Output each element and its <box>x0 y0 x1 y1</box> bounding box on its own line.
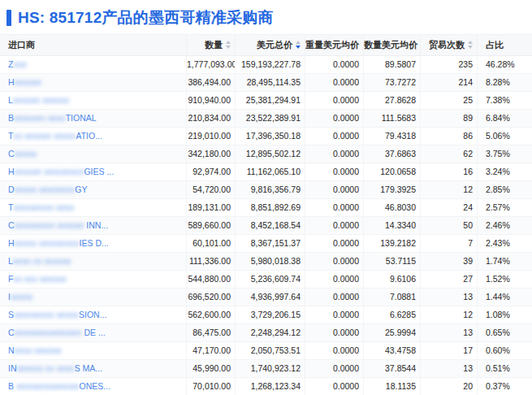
importer-link[interactable]: Bxexoxex xexoTIONAL <box>8 113 97 123</box>
table-row: Hxexoxe386,494.0028,495,114.350.000073.7… <box>0 74 532 92</box>
qty-cell: 544,880.00 <box>187 271 236 288</box>
trades-cell: 50 <box>421 217 478 234</box>
column-header-qty[interactable]: 数量 <box>187 35 236 55</box>
importer-link[interactable]: Sxexoxexox xexoxSION... <box>8 310 106 319</box>
table-row: Cxexoxexoxexoxex DE ...86,475.002,248,29… <box>0 324 532 342</box>
importer-cell: Hxexoxe <box>0 74 187 91</box>
importer-link[interactable]: Cxexoxexox xexoxe INN... <box>8 220 108 230</box>
trades-cell: 39 <box>421 253 478 270</box>
weight-avg-cell: 0.0000 <box>305 74 364 91</box>
qty-cell: 1,777,093.00 <box>187 56 236 73</box>
table-row: Lxexo xx xexoxe111,336.005,980,018.380.0… <box>0 253 532 271</box>
column-label: 美元总价 <box>257 40 292 50</box>
share-cell: 0.51% <box>478 360 532 377</box>
share-cell: 46.28% <box>478 56 532 73</box>
weight-avg-cell: 0.0000 <box>305 253 364 270</box>
trades-cell: 7 <box>421 235 478 252</box>
usd-total-cell: 17,396,350.18 <box>236 128 305 145</box>
importer-cell: Bxexoxex xexoTIONAL <box>0 110 187 127</box>
importer-name-redacted: xexoxe <box>15 77 41 87</box>
qty-cell: 210,834.00 <box>187 110 236 127</box>
column-label: 数量 <box>205 40 223 50</box>
importer-cell: Lxexoxe xexoxo <box>0 92 187 109</box>
importer-name-visible-prefix: H <box>8 167 15 176</box>
table-row: Sxexoxexox xexoxSION...562,600.003,729,2… <box>0 306 532 324</box>
share-cell: 2.57% <box>478 199 532 216</box>
share-cell: 2.43% <box>478 235 532 252</box>
importer-link[interactable]: B xexoxexoxexoxeONES... <box>8 381 110 391</box>
importer-cell: B xexoxexoxexoxeONES... <box>0 378 187 395</box>
importer-cell: Cxexoxexoxexoxex DE ... <box>0 324 187 341</box>
share-cell: 0.65% <box>478 324 532 341</box>
importer-cell: Nxexo xexoxe <box>0 342 187 359</box>
importer-link[interactable]: INxexoxx xx xexoS MA... <box>8 363 102 373</box>
qty-avg-cell: 120.0658 <box>364 163 421 180</box>
importer-link[interactable]: Txexoxexox xexo <box>8 202 74 212</box>
weight-avg-cell: 0.0000 <box>305 360 364 377</box>
importer-link[interactable]: Nxexo xexoxe <box>8 345 62 355</box>
importer-name-visible-suffix: ONES... <box>80 381 111 391</box>
qty-cell: 47,170.00 <box>187 342 236 359</box>
usd-total-cell: 5,236,609.74 <box>236 271 305 288</box>
importer-link[interactable]: Cxexoxexoxexoxex DE ... <box>8 328 106 337</box>
importer-name-redacted: xx xxx xexoxe <box>13 274 66 284</box>
importer-name-redacted: xexoxexox xexoxe <box>15 220 87 230</box>
qty-cell: 111,336.00 <box>187 253 236 270</box>
trades-cell: 13 <box>421 360 478 377</box>
importer-link[interactable]: Fxx xxx xexoxe <box>8 274 67 284</box>
importer-link[interactable]: Hxexox xexoxexoxIES D... <box>8 238 109 248</box>
importer-name-visible-suffix: IES D... <box>80 238 109 248</box>
qty-avg-cell: 79.4318 <box>364 128 421 145</box>
importer-link[interactable]: Lxexo xx xexoxe <box>8 256 71 266</box>
column-header-weight_avg: 重量美元均价 <box>305 35 364 55</box>
column-header-trades[interactable]: 贸易次数 <box>421 35 478 55</box>
title-accent-bar <box>6 10 11 26</box>
table-row: Cxexoxexox xexoxe INN...589,660.008,452,… <box>0 217 532 235</box>
importer-name-visible-prefix: B <box>8 381 16 391</box>
importer-name-visible-prefix: C <box>8 149 15 158</box>
weight-avg-cell: 0.0000 <box>305 324 364 341</box>
importer-link[interactable]: Hxexoxe <box>8 77 41 87</box>
share-cell: 1.74% <box>478 253 532 270</box>
importer-cell: Sxexoxexox xexoxSION... <box>0 306 187 323</box>
share-cell: 1.08% <box>478 306 532 323</box>
sort-icon[interactable] <box>296 41 301 49</box>
importer-cell: Lxexo xx xexoxe <box>0 253 187 270</box>
column-label: 进口商 <box>8 40 35 50</box>
importer-link[interactable]: Hxexoxe xexoxexoxGIES ... <box>8 167 114 176</box>
share-cell: 7.38% <box>478 92 532 109</box>
importer-link[interactable]: Zxxe <box>8 59 27 69</box>
qty-avg-cell: 18.1135 <box>364 378 421 395</box>
qty-cell: 219,010.00 <box>187 128 236 145</box>
importer-name-redacted: xexoxex xexo <box>14 113 66 123</box>
importer-name-visible-prefix: C <box>8 328 15 337</box>
column-header-usd_total[interactable]: 美元总价 <box>236 35 305 55</box>
importer-link[interactable]: Lxexoxe xexoxo <box>8 95 69 105</box>
usd-total-cell: 8,367,151.37 <box>236 235 305 252</box>
share-cell: 2.85% <box>478 181 532 198</box>
qty-avg-cell: 89.5807 <box>364 56 421 73</box>
importer-name-visible-suffix: GIES ... <box>84 167 114 176</box>
importer-link[interactable]: Ixexox <box>8 292 32 302</box>
qty-avg-cell: 43.4758 <box>364 342 421 359</box>
share-cell: 5.06% <box>478 128 532 145</box>
importer-name-redacted: xexoxe xexoxexox <box>15 167 84 176</box>
importer-link[interactable]: Cxexox <box>8 149 37 158</box>
importer-name-visible-prefix: L <box>8 256 13 266</box>
importer-name-redacted: xexoxexoxexoxe <box>16 381 80 391</box>
importer-link[interactable]: Dxexox xexoxexoGY <box>8 184 87 194</box>
trades-cell: 20 <box>421 378 478 395</box>
column-header-qty_avg: 数量美元均价 <box>364 35 421 55</box>
sort-icon[interactable] <box>468 41 473 49</box>
table-row: Bxexoxex xexoTIONAL210,834.0023,522,389.… <box>0 110 532 128</box>
table-row: Hxexoxe xexoxexoxGIES ...92,974.0011,162… <box>0 163 532 181</box>
importer-name-redacted: xx xexoxe xexox <box>13 131 76 141</box>
table-row: INxexoxx xx xexoS MA...45,990.001,740,92… <box>0 360 532 378</box>
importer-cell: Fxx xxx xexoxe <box>0 271 187 288</box>
importer-cell: Ixexox <box>0 289 187 306</box>
column-label: 数量美元均价 <box>364 40 417 50</box>
importer-link[interactable]: Txx xexoxe xexoxATIO... <box>8 131 102 141</box>
importer-name-redacted: xexox xexoxexo <box>15 184 76 194</box>
sort-icon[interactable] <box>226 41 231 49</box>
trades-cell: 24 <box>421 199 478 216</box>
